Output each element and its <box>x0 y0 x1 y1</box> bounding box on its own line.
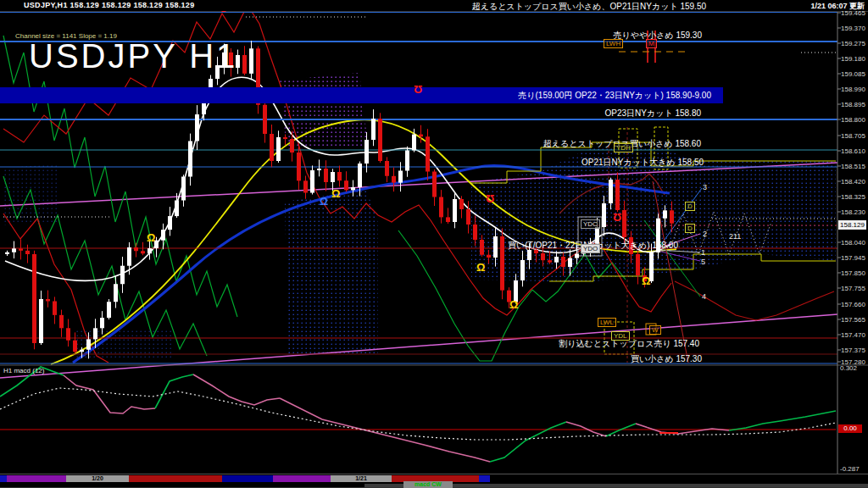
price-label: 158.990 <box>841 86 865 93</box>
price-label: 158.040 <box>841 239 865 247</box>
signal-marker-icon: Ω <box>331 188 340 199</box>
macd-label: H1 macd (12) <box>3 367 44 374</box>
session-segment <box>129 475 222 482</box>
chart-annotation: 売りやや小さめ 159.30 <box>613 30 702 42</box>
price-label: 158.610 <box>841 147 865 155</box>
marker-badge: LWL <box>598 318 616 327</box>
marker-badge: YDC <box>581 219 600 229</box>
price-label: 159.465 <box>841 9 865 17</box>
signal-marker-icon: Ʊ <box>414 84 422 95</box>
symbol-info: USDJPY,H1 158.129 158.129 158.129 158.12… <box>24 1 194 9</box>
signal-marker-icon: Ω <box>320 197 328 207</box>
signal-marker-icon: Ω <box>476 262 485 273</box>
price-label: 159.180 <box>841 55 865 63</box>
macd-zero-box: 0.00 <box>838 424 862 433</box>
topbar: USDJPY,H1 158.129 158.129 158.129 158.12… <box>0 0 868 11</box>
price-label: 157.850 <box>841 269 865 277</box>
signal-marker-icon: Ʊ <box>613 212 621 223</box>
marker-badge: LWH <box>604 39 623 48</box>
current-price-box: 158.129 <box>838 220 866 230</box>
chart-annotation: OP21日NYカット大きめ 158.50 <box>581 157 704 169</box>
chart-annotation: OP23日NYカット 158.80 <box>604 108 701 119</box>
symbol-watermark: USDJPY H1 <box>29 37 237 75</box>
signal-marker-icon: Ω <box>147 232 155 243</box>
chart-window: USDJPY,H1 158.129 158.129 158.129 158.12… <box>0 0 868 488</box>
projection-label: 1 <box>701 248 705 257</box>
price-label: 159.275 <box>841 40 865 47</box>
macd-scale-bottom: -0.287 <box>840 465 860 473</box>
price-label: 157.660 <box>841 301 865 308</box>
marker-badge: YDO <box>581 244 600 253</box>
session-segment: 1/20 <box>66 475 129 482</box>
marker-badge: D <box>685 224 695 233</box>
chart-annotation: 買い小さめ 157.30 <box>631 353 702 365</box>
price-label: 159.370 <box>841 25 865 32</box>
price-label: 158.800 <box>841 116 865 124</box>
sell-zone-text: 売り(159.00円 OP22・23日NYカット) 158.90-9.00 <box>518 90 711 102</box>
marker-badge: YDH <box>614 143 633 152</box>
projection-label: 3 <box>703 183 707 191</box>
price-label: 158.895 <box>841 101 865 108</box>
sell-zone-band: 売り(159.00円 OP22・23日NYカット) 158.90-9.00 <box>0 87 723 103</box>
signal-marker-icon: Ʊ <box>486 193 494 204</box>
session-segment <box>273 475 331 482</box>
projection-label: 5 <box>701 258 705 266</box>
signal-marker-icon: Ω <box>509 299 518 310</box>
price-label: 158.515 <box>841 163 865 170</box>
price-label: 158.230 <box>841 208 865 216</box>
session-segment <box>7 475 66 482</box>
session-segment <box>0 475 7 482</box>
projection-label: 211 <box>729 232 741 241</box>
top-annotation: 超えるとストップロス買い小さめ、OP21日NYカット 159.50 <box>472 1 706 13</box>
marker-badge: D <box>685 202 695 211</box>
projection-label: 4 <box>702 292 706 301</box>
price-label: 159.085 <box>841 70 865 78</box>
cloud-regions <box>3 73 836 359</box>
price-label: 157.565 <box>841 316 865 324</box>
projection-label: 2 <box>703 230 707 238</box>
price-label: 158.325 <box>841 193 865 201</box>
price-label: 158.420 <box>841 178 865 186</box>
macd-scale-top: 0.302 <box>840 364 857 372</box>
price-label: 157.755 <box>841 285 865 292</box>
channel-info-label: Channel size = 1141 Slope = 1.19 <box>15 32 117 40</box>
signal-marker-icon: Ω <box>642 275 650 286</box>
session-segment <box>479 475 490 482</box>
macd-lines <box>0 367 836 462</box>
session-segment: 1/21 <box>331 475 392 482</box>
session-segment <box>222 475 273 482</box>
price-label: 157.470 <box>841 331 865 339</box>
price-axis[interactable]: 159.465159.370159.275159.180159.085158.9… <box>839 0 868 488</box>
marker-badge: YDL <box>611 331 630 341</box>
scrollbar-label[interactable]: macd CW <box>403 481 453 488</box>
price-label: 158.705 <box>841 132 865 140</box>
marker-badge: M <box>646 39 657 48</box>
price-label: 157.375 <box>841 347 865 354</box>
price-label: 157.945 <box>841 254 865 262</box>
marker-badge: W <box>649 325 661 335</box>
